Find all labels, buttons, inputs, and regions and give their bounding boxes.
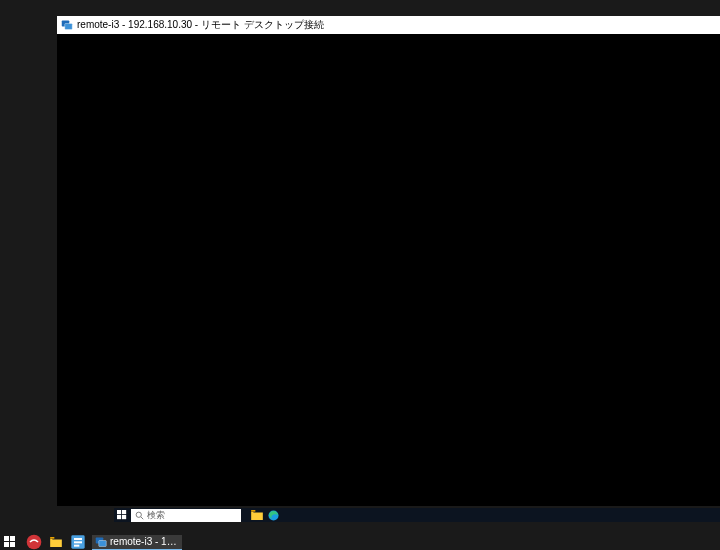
rdp-title-bar[interactable]: remote-i3 - 192.168.10.30 - リモート デスクトップ接… [57,16,720,34]
svg-point-6 [136,512,141,517]
svg-rect-1 [65,24,73,30]
remote-desktop-icon [61,19,73,31]
remote-start-button[interactable] [114,508,130,522]
svg-rect-10 [4,536,9,541]
svg-point-14 [27,535,42,550]
svg-rect-13 [10,542,15,547]
host-start-button[interactable] [0,534,20,550]
svg-line-7 [141,517,143,519]
svg-rect-15 [50,537,54,539]
search-icon [135,511,144,520]
remote-desktop-window[interactable]: remote-i3 - 192.168.10.30 - リモート デスクトップ接… [57,16,720,506]
remote-pinned-icons [251,509,279,521]
edge-icon[interactable] [267,509,279,521]
remote-desktop-icon [95,536,107,548]
remote-search-box[interactable]: 検索 [131,509,241,522]
svg-rect-12 [4,542,9,547]
svg-rect-2 [117,510,121,514]
remote-search-placeholder: 検索 [147,509,165,522]
host-pinned-icons [26,534,86,550]
host-taskbar[interactable]: remote-i3 - 192.168.1… [0,534,720,550]
svg-rect-17 [74,538,82,540]
taskbar-running-app[interactable]: remote-i3 - 192.168.1… [92,535,182,550]
svg-rect-5 [122,515,126,519]
pinned-icon-3[interactable] [70,534,86,550]
remote-desktop-screen[interactable] [57,34,720,506]
pinned-icon-1[interactable] [26,534,42,550]
svg-rect-11 [10,536,15,541]
file-explorer-icon[interactable] [48,534,64,550]
svg-rect-8 [251,510,255,512]
file-explorer-icon[interactable] [251,509,263,521]
rdp-window-title: remote-i3 - 192.168.10.30 - リモート デスクトップ接… [77,18,324,32]
svg-rect-18 [74,541,82,543]
svg-rect-4 [117,515,121,519]
svg-rect-19 [74,545,79,547]
svg-rect-21 [99,540,107,546]
svg-rect-3 [122,510,126,514]
taskbar-item-label: remote-i3 - 192.168.1… [110,536,179,547]
remote-taskbar[interactable]: 検索 [114,508,720,522]
